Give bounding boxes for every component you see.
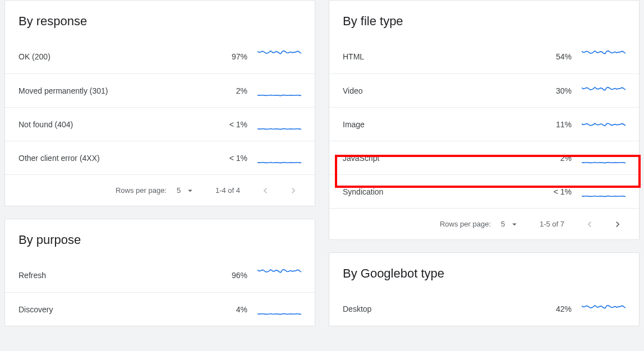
row-percent: 42% <box>538 304 572 313</box>
sparkline <box>257 117 301 132</box>
row-label: Moved permanently (301) <box>19 86 214 95</box>
rows-per-page-label: Rows per page: <box>440 220 491 228</box>
dropdown-icon <box>185 186 195 196</box>
table-row[interactable]: Discovery4% <box>5 292 315 326</box>
row-label: Discovery <box>19 305 214 314</box>
card-title: By Googlebot type <box>329 253 639 292</box>
sparkline <box>257 83 301 99</box>
sparkline <box>257 150 301 166</box>
row-percent: 96% <box>214 271 247 280</box>
card-by_file_type: By file typeHTML54%Video30%Image11%JavaS… <box>329 0 640 240</box>
table-row[interactable]: HTML54% <box>329 40 639 73</box>
row-percent: 97% <box>214 52 247 61</box>
page-left-button <box>256 182 274 200</box>
table-row[interactable]: JavaScript2% <box>329 141 639 174</box>
table-row[interactable]: Not found (404)< 1% <box>5 107 315 141</box>
sparkline <box>257 267 301 283</box>
row-percent: < 1% <box>538 187 572 196</box>
pager: Rows per page:51-5 of 7 <box>329 208 639 239</box>
row-percent: < 1% <box>214 154 247 163</box>
sparkline <box>582 49 625 64</box>
rows-per-page-select[interactable]: 5 <box>501 219 523 229</box>
page-range: 1-5 of 7 <box>533 220 571 228</box>
row-label: Not found (404) <box>19 120 214 129</box>
sparkline <box>257 49 301 64</box>
sparkline <box>582 117 625 132</box>
table-row[interactable]: Moved permanently (301)2% <box>5 73 315 107</box>
pager: Rows per page:51-4 of 4 <box>5 174 315 206</box>
row-percent: < 1% <box>214 120 247 129</box>
sparkline <box>582 184 625 200</box>
card-title: By purpose <box>5 219 315 258</box>
card-title: By file type <box>329 1 639 40</box>
table-row[interactable]: Image11% <box>329 107 639 141</box>
card-by_response: By responseOK (200)97%Moved permanently … <box>4 0 315 206</box>
table-row[interactable]: Desktop42% <box>329 292 639 326</box>
row-label: Image <box>343 120 538 129</box>
row-label: Other client error (4XX) <box>19 154 214 163</box>
page-right-button <box>284 182 302 200</box>
row-label: JavaScript <box>343 154 538 163</box>
row-percent: 2% <box>214 86 247 95</box>
row-label: Syndication <box>343 187 538 196</box>
sparkline <box>257 302 301 317</box>
table-row[interactable]: Video30% <box>329 73 639 107</box>
rows-per-page-label: Rows per page: <box>116 186 167 195</box>
page-right-button[interactable] <box>609 215 627 233</box>
row-percent: 54% <box>538 52 572 61</box>
row-percent: 2% <box>538 154 572 163</box>
row-percent: 4% <box>214 305 247 314</box>
row-percent: 30% <box>538 86 572 95</box>
table-row[interactable]: Syndication< 1% <box>329 174 639 208</box>
rows-per-page-select[interactable]: 5 <box>177 186 199 196</box>
page-range: 1-4 of 4 <box>209 186 246 195</box>
table-row[interactable]: OK (200)97% <box>5 40 315 73</box>
table-row[interactable]: Other client error (4XX)< 1% <box>5 141 315 174</box>
dropdown-icon <box>509 219 519 229</box>
table-row[interactable]: Refresh96% <box>5 258 315 292</box>
card-title: By response <box>5 1 315 40</box>
row-label: Video <box>343 86 538 95</box>
sparkline <box>582 83 625 99</box>
sparkline <box>582 301 625 317</box>
row-percent: 11% <box>538 120 572 129</box>
card-by_googlebot_type: By Googlebot typeDesktop42% <box>329 252 640 326</box>
row-label: OK (200) <box>19 52 214 61</box>
row-label: HTML <box>343 52 538 61</box>
sparkline <box>582 150 625 166</box>
card-by_purpose: By purposeRefresh96%Discovery4% <box>4 219 315 326</box>
row-label: Desktop <box>343 304 538 313</box>
page-left-button <box>581 215 599 233</box>
row-label: Refresh <box>19 271 214 280</box>
